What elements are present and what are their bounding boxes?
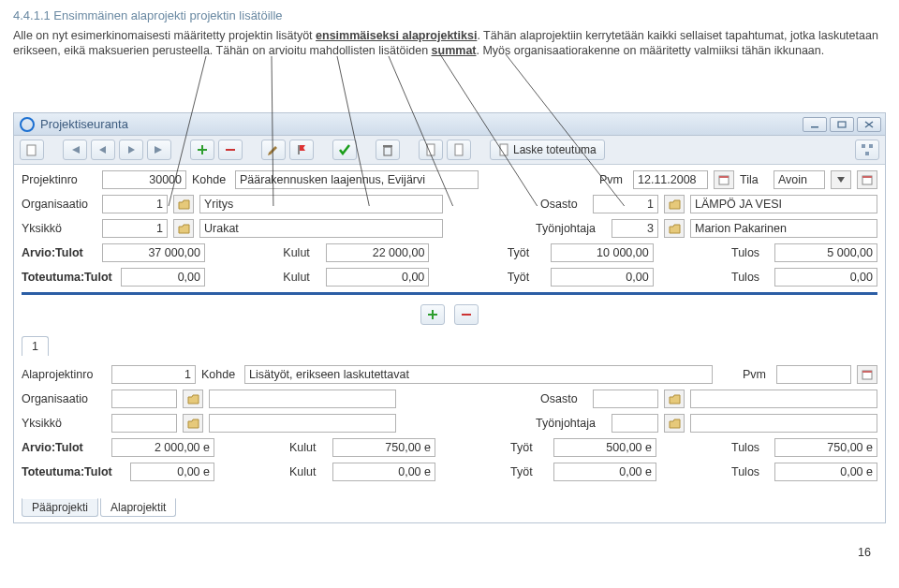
org-name-field[interactable]: Yritys (199, 195, 443, 213)
subproject-no-label: Alaprojektinro (22, 368, 106, 381)
sub-row-unit: Yksikkö Työnjohtaja (22, 414, 877, 433)
tool-first-icon[interactable] (63, 140, 87, 160)
work-label: Työt (508, 246, 545, 259)
tool-doc-icon[interactable] (419, 140, 443, 160)
unit-name-field[interactable]: Urakat (199, 219, 443, 238)
tool-next-icon[interactable] (119, 140, 143, 160)
dept-label: Osasto (540, 198, 587, 211)
org-field[interactable]: 1 (102, 195, 168, 213)
folder-icon[interactable] (664, 219, 685, 238)
svg-rect-13 (455, 144, 463, 155)
sub-act-cost-field: 0,00 e (332, 463, 435, 481)
sub-org-field[interactable] (111, 390, 177, 408)
dept-name-field[interactable]: LÄMPÖ JA VESI (690, 195, 877, 213)
window-title: Projektiseuranta (40, 117, 803, 131)
bottom-tab-strip: Pääprojekti Alaprojektit (14, 496, 885, 522)
sub-act-income-label: Toteutuma:Tulot (22, 465, 125, 478)
svg-rect-19 (719, 176, 729, 178)
sub-unit-field[interactable] (111, 414, 177, 433)
state-dropdown-icon[interactable] (831, 170, 851, 189)
row-organisation: Organisaatio 1 Yritys Osasto 1 LÄMPÖ JA … (22, 195, 877, 213)
sub-dept-field[interactable] (593, 390, 658, 408)
sub-org-label: Organisaatio (22, 392, 106, 405)
state-field[interactable]: Avoin (774, 170, 825, 189)
app-icon (20, 117, 35, 132)
maximize-button[interactable] (830, 117, 854, 132)
section-paragraph: Alle on nyt esimerkinomaisesti määritett… (13, 28, 886, 60)
row-actual: Toteutuma:Tulot 0,00 Kulut 0,00 Työt 0,0… (22, 268, 877, 287)
org-label: Organisaatio (22, 198, 96, 211)
subproject-tabs: 1 (22, 336, 877, 356)
tool-minus-icon[interactable] (218, 140, 243, 160)
tool-prev-icon[interactable] (91, 140, 115, 160)
dept-field[interactable]: 1 (593, 195, 658, 213)
foreman-name-field[interactable]: Marion Pakarinen (690, 219, 877, 238)
tab-main-project[interactable]: Pääprojekti (22, 498, 98, 517)
add-subproject-button[interactable] (420, 304, 445, 325)
folder-icon[interactable] (664, 195, 685, 213)
sub-foreman-name-field[interactable] (690, 414, 877, 433)
folder-icon[interactable] (183, 414, 203, 433)
sub-est-work-field[interactable]: 500,00 e (553, 438, 656, 457)
sub-result-label: Tulos (731, 465, 769, 478)
svg-rect-10 (384, 147, 391, 155)
folder-icon[interactable] (183, 390, 203, 408)
est-income-label: Arvio:Tulot (22, 246, 96, 259)
sub-work-label: Työt (510, 441, 548, 454)
calendar-icon[interactable] (857, 365, 877, 384)
tool-check-icon[interactable] (332, 140, 357, 160)
sub-unit-label: Yksikkö (22, 417, 106, 430)
svg-rect-12 (427, 144, 435, 155)
subproject-toolbar (22, 304, 877, 325)
tab-sub-projects[interactable]: Alaprojektit (100, 498, 176, 517)
sub-dept-name-field[interactable] (690, 390, 877, 408)
foreman-field[interactable]: 3 (612, 219, 658, 238)
tool-flag-icon[interactable] (289, 140, 314, 160)
para-emph-1: ensimmäiseksi alaprojektiksi (316, 29, 477, 42)
sub-est-income-field[interactable]: 2 000,00 e (111, 438, 214, 457)
sub-est-cost-field[interactable]: 750,00 e (332, 438, 435, 457)
sub-target-field[interactable]: Lisätyöt, erikseen laskutettavat (244, 365, 713, 384)
sub-est-result-field[interactable]: 750,00 e (774, 438, 877, 457)
result-label: Tulos (731, 246, 769, 259)
tool-doc2-icon[interactable] (447, 140, 471, 160)
est-cost-field[interactable]: 22 000,00 (326, 243, 429, 262)
est-result-field[interactable]: 5 000,00 (774, 243, 877, 262)
tool-tree-icon[interactable] (855, 140, 879, 160)
tool-trash-icon[interactable] (376, 140, 400, 160)
sub-foreman-field[interactable] (612, 414, 658, 433)
tab-1[interactable]: 1 (22, 336, 49, 356)
folder-icon[interactable] (173, 219, 194, 238)
sub-est-income-label: Arvio:Tulot (22, 441, 106, 454)
sub-cost-label: Kulut (289, 441, 327, 454)
unit-field[interactable]: 1 (102, 219, 168, 238)
est-work-field[interactable]: 10 000,00 (551, 243, 654, 262)
compute-button[interactable]: Laske toteutuma (490, 140, 605, 160)
est-income-field[interactable]: 37 000,00 (102, 243, 205, 262)
sub-unit-name-field[interactable] (209, 414, 396, 433)
calendar-icon-2[interactable] (857, 170, 877, 189)
sub-row-no: Alaprojektinro 1 Kohde Lisätyöt, eriksee… (22, 365, 877, 384)
subproject-no-field[interactable]: 1 (111, 365, 196, 384)
calendar-icon[interactable] (714, 170, 734, 189)
svg-rect-23 (862, 371, 872, 373)
tool-edit-icon[interactable] (261, 140, 286, 160)
close-button[interactable] (857, 117, 881, 132)
tool-add-icon[interactable] (190, 140, 214, 160)
remove-subproject-button[interactable] (454, 304, 479, 325)
tool-last-icon[interactable] (147, 140, 171, 160)
row-unit: Yksikkö 1 Urakat Työnjohtaja 3 Marion Pa… (22, 219, 877, 238)
folder-icon[interactable] (664, 390, 685, 408)
act-result-field: 0,00 (774, 268, 877, 287)
tool-new-icon[interactable] (20, 140, 44, 160)
date-field[interactable]: 12.11.2008 (633, 170, 708, 189)
row-estimate: Arvio:Tulot 37 000,00 Kulut 22 000,00 Ty… (22, 243, 877, 262)
target-field[interactable]: Päärakennusken laajennus, Evijärvi (235, 170, 479, 189)
folder-icon[interactable] (173, 195, 194, 213)
sub-org-name-field[interactable] (209, 390, 396, 408)
minimize-button[interactable] (803, 117, 827, 132)
folder-icon[interactable] (664, 414, 685, 433)
project-no-field[interactable]: 30000 (102, 170, 186, 189)
sub-act-work-field: 0,00 e (553, 463, 656, 481)
sub-date-field[interactable] (776, 365, 851, 384)
